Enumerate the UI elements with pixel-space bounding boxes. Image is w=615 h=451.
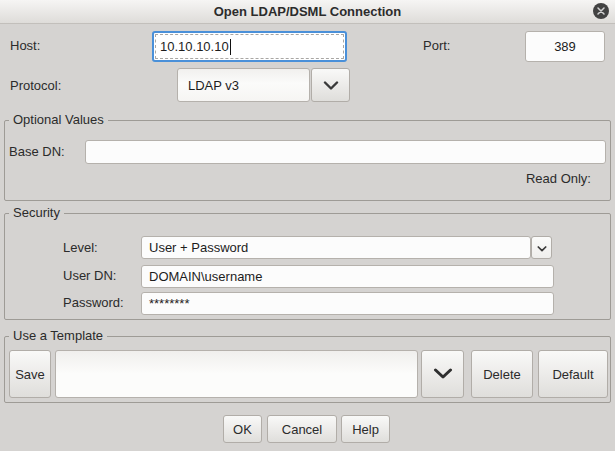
password-value: ******** (149, 296, 189, 311)
password-label: Password: (63, 295, 124, 311)
help-button[interactable]: Help (341, 415, 390, 443)
template-legend: Use a Template (9, 328, 107, 344)
open-ldap-connection-dialog: { "window": { "title": "Open LDAP/DSML C… (0, 0, 615, 451)
text-cursor (230, 39, 231, 55)
level-combobox[interactable]: User + Password (141, 236, 531, 259)
help-button-label: Help (352, 422, 379, 437)
delete-button[interactable]: Delete (471, 350, 533, 398)
close-button[interactable] (593, 3, 609, 19)
host-value: 10.10.10.10 (160, 39, 229, 54)
optional-values-group: Optional Values Base DN: Read Only: (4, 120, 611, 201)
delete-button-label: Delete (483, 367, 521, 382)
password-input[interactable]: ******** (141, 292, 554, 315)
port-value: 389 (554, 39, 576, 54)
cancel-button[interactable]: Cancel (267, 415, 337, 443)
protocol-value: LDAP v3 (188, 78, 239, 93)
chevron-down-icon (323, 78, 339, 93)
host-label: Host: (10, 38, 40, 54)
protocol-combobox[interactable]: LDAP v3 (177, 68, 310, 102)
default-button-label: Default (552, 367, 593, 382)
base-dn-label: Base DN: (9, 144, 65, 160)
security-group: Security Level: User + Password User DN:… (4, 213, 611, 320)
titlebar[interactable]: Open LDAP/DSML Connection (0, 0, 615, 24)
default-button[interactable]: Default (538, 350, 608, 398)
user-dn-label: User DN: (63, 268, 116, 284)
user-dn-value: DOMAIN\username (149, 269, 262, 284)
dialog-title: Open LDAP/DSML Connection (214, 4, 402, 19)
protocol-dropdown-button[interactable] (311, 68, 350, 102)
save-button[interactable]: Save (9, 350, 51, 398)
level-value: User + Password (149, 240, 248, 255)
cancel-button-label: Cancel (282, 422, 322, 437)
close-icon (597, 7, 605, 15)
port-input[interactable]: 389 (525, 31, 605, 62)
host-input[interactable]: 10.10.10.10 (152, 31, 347, 62)
optional-values-legend: Optional Values (9, 112, 108, 128)
level-dropdown-button[interactable] (531, 236, 552, 259)
level-label: Level: (63, 240, 98, 256)
template-dropdown-button[interactable] (421, 350, 464, 398)
port-label: Port: (423, 38, 450, 54)
ok-button[interactable]: OK (223, 415, 262, 443)
save-button-label: Save (15, 367, 45, 382)
ok-button-label: OK (233, 422, 252, 437)
protocol-label: Protocol: (10, 78, 61, 94)
user-dn-input[interactable]: DOMAIN\username (141, 265, 554, 288)
chevron-down-icon (433, 367, 453, 382)
chevron-down-icon (537, 240, 547, 255)
template-combobox[interactable] (55, 350, 418, 398)
read-only-label: Read Only: (526, 171, 591, 187)
template-group: Use a Template Save Delete Default (4, 336, 611, 403)
base-dn-input[interactable] (85, 140, 606, 164)
security-legend: Security (9, 205, 64, 221)
